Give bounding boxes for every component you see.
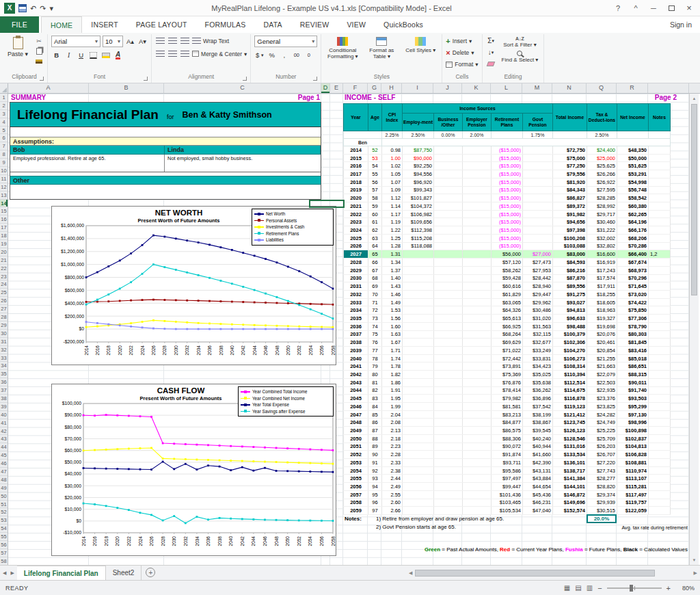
income-cell-net[interactable]: $68,206 [617,234,649,242]
row-header-18[interactable]: 18 [0,232,8,240]
income-cell-biz[interactable] [434,234,463,242]
income-cell-cpi[interactable]: 2.49 [382,483,403,491]
ribbon-tab-review[interactable]: REVIEW [291,16,338,33]
income-cell-notes[interactable] [649,339,671,347]
income-cell-biz[interactable] [434,226,463,235]
income-cell-ret[interactable]: $81,581 [492,403,523,411]
row-header-27[interactable]: 27 [0,305,8,313]
income-cell-emp[interactable] [403,259,434,267]
income-cell-total[interactable]: $81,920 [553,178,587,186]
row-header-28[interactable]: 28 [0,313,8,321]
italic-button[interactable]: I [64,50,74,60]
row-header-45[interactable]: 45 [0,451,8,460]
income-cell-notes[interactable] [649,315,671,323]
income-cell-biz[interactable] [434,442,463,451]
income-cell-year[interactable]: 2036 [344,322,368,330]
scroll-left-icon[interactable]: ◀ [409,570,412,576]
income-cell-govt[interactable]: $36,262 [523,386,553,395]
income-cell-cpi[interactable]: 1.40 [382,274,403,282]
income-cell-net[interactable]: $91,740 [617,386,649,395]
income-cell-biz[interactable] [434,154,463,162]
income-cell-cpi[interactable]: 1.22 [382,226,403,235]
income-cell-cpi[interactable]: 1.86 [382,378,403,386]
income-cell-year[interactable]: 2019 [344,186,368,194]
income-cell-emppen[interactable] [463,330,492,339]
income-cell-govt[interactable]: $34,423 [523,362,553,371]
income-cell-year[interactable]: 2022 [344,210,368,218]
income-cell-net[interactable]: $88,315 [617,371,649,379]
growth-employment[interactable]: 2.50% [403,131,434,139]
income-cell-age[interactable]: 65 [368,250,382,259]
income-cell-emp[interactable] [403,459,434,467]
income-cell-emp[interactable] [403,362,434,371]
row-header-14[interactable]: 14 [0,200,8,208]
income-cell-age[interactable]: 93 [368,475,382,483]
income-cell-total[interactable]: $136,101 [553,459,587,467]
income-cell-emp[interactable]: $99,343 [403,186,434,194]
income-cell-age[interactable]: 96 [368,499,382,507]
income-cell-govt[interactable]: $31,563 [523,322,553,330]
income-cell-govt[interactable]: $27,953 [523,266,553,274]
income-cell-emppen[interactable] [463,386,492,395]
income-cell-emppen[interactable] [463,354,492,362]
row-header-30[interactable]: 30 [0,330,8,338]
percent-format-button[interactable]: % [267,50,277,60]
row-header-20[interactable]: 20 [0,248,8,256]
column-header-E[interactable]: E [330,83,343,93]
income-cell-notes[interactable] [649,322,671,330]
income-cell-age[interactable]: 89 [368,442,382,451]
income-cell-ret[interactable]: $57,120 [492,259,523,267]
income-cell-govt[interactable]: $27,473 [523,259,553,267]
income-cell-govt[interactable]: $28,442 [523,274,553,282]
income-cell-tax[interactable]: $26,203 [587,442,617,451]
income-cell-ret[interactable]: $101,436 [492,490,523,499]
column-header-I[interactable]: I [402,83,433,93]
income-cell-emp[interactable] [403,403,434,411]
income-cell-year[interactable]: 2052 [344,451,368,459]
income-cell-tax[interactable]: $19,698 [587,322,617,330]
income-cell-age[interactable]: 73 [368,315,382,323]
row-header-11[interactable]: 11 [0,175,8,183]
income-cell-cpi[interactable]: 1.19 [382,218,403,226]
income-cell-ret[interactable]: $105,534 [492,507,523,515]
income-cell-govt[interactable]: $43,884 [523,475,553,483]
income-cell-biz[interactable] [434,186,463,194]
underline-button[interactable]: U [76,50,86,60]
income-cell-emppen[interactable] [463,419,492,427]
income-cell-net[interactable]: $95,299 [617,403,649,411]
income-cell-net[interactable]: $56,748 [617,186,649,194]
income-cell-net[interactable]: $119,757 [617,499,649,507]
income-cell-tax[interactable]: $30,515 [587,507,617,515]
income-cell-emp[interactable] [403,378,434,386]
income-cell-ret[interactable]: ($15,000) [492,242,523,250]
income-cell-govt[interactable] [523,210,553,218]
income-cell-net[interactable]: $90,011 [617,378,649,386]
income-cell-emp[interactable] [403,395,434,403]
income-cell-net[interactable]: $67,674 [617,259,649,267]
align-middle-button[interactable] [167,36,178,46]
merge-center-button[interactable]: Merge & Center ▾ [192,51,247,57]
income-cell-govt[interactable]: $47,040 [523,507,553,515]
income-cell-net[interactable]: $70,286 [617,242,649,250]
income-cell-biz[interactable] [434,259,463,267]
income-cell-net[interactable]: $117,497 [617,490,649,499]
align-right-button[interactable] [180,49,190,59]
income-cell-biz[interactable] [434,250,463,259]
ribbon-display-icon[interactable]: ^ [628,2,644,14]
income-cell-biz[interactable] [434,427,463,435]
horizontal-scrollbar[interactable]: ◀ ▶ [406,566,700,580]
income-cell-biz[interactable] [434,475,463,483]
row-header-3[interactable]: 3 [0,110,8,118]
income-cell-ret[interactable]: $97,497 [492,475,523,483]
income-cell-notes[interactable] [649,226,671,235]
income-cell-year[interactable]: 2038 [344,339,368,347]
income-cell-age[interactable]: 56 [368,178,382,186]
col-header-employer-pension[interactable]: Employer Pension [463,114,492,131]
income-cell-total[interactable]: $89,372 [553,202,587,211]
income-cell-emp[interactable] [403,346,434,354]
income-cell-emp[interactable] [403,434,434,442]
income-cell-total[interactable]: $86,216 [553,266,587,274]
income-cell-net[interactable]: $113,107 [617,475,649,483]
row-header-50[interactable]: 50 [0,492,8,501]
row-header-21[interactable]: 21 [0,256,8,265]
